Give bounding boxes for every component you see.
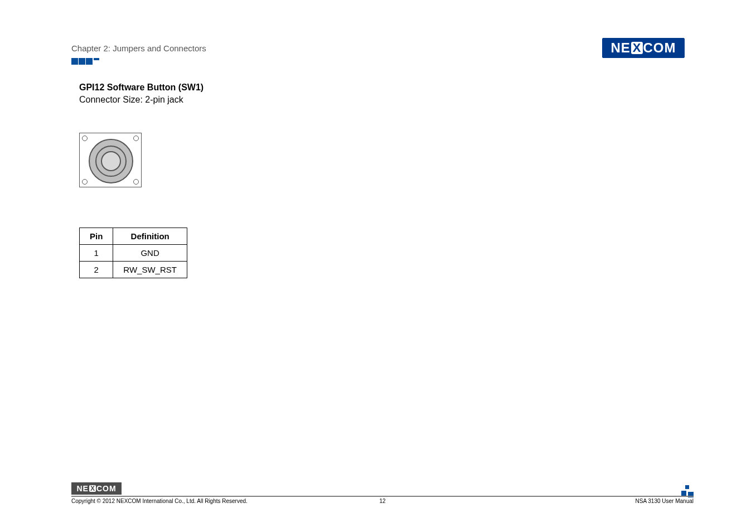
decor-square-icon: [79, 58, 85, 65]
button-diagram: [79, 133, 142, 187]
pin-definition-table: Pin Definition 1 GND 2 RW_SW_RST: [79, 228, 187, 278]
table-cell-pin: 1: [80, 245, 113, 262]
page-number: 12: [379, 498, 385, 504]
header-decor-squares: [71, 58, 100, 65]
table-header-definition: Definition: [113, 228, 187, 245]
logo-text-left: NE: [610, 40, 630, 56]
table-header-pin: Pin: [80, 228, 113, 245]
logo-text-right: COM: [643, 40, 676, 56]
footer: NEXCOM Copyright © 2012 NEXCOM Internati…: [71, 482, 694, 504]
screw-hole-icon: [82, 136, 88, 141]
decor-square-icon: [86, 58, 93, 65]
content-area: GPI12 Software Button (SW1) Connector Si…: [79, 83, 203, 278]
table-cell-definition: RW_SW_RST: [113, 262, 187, 278]
screw-hole-icon: [82, 179, 88, 185]
manual-name: NSA 3130 User Manual: [635, 498, 694, 504]
table-cell-definition: GND: [113, 245, 187, 262]
page: Chapter 2: Jumpers and Connectors NEXCOM…: [0, 0, 756, 532]
button-inner-ring-icon: [101, 151, 121, 171]
logo-text-x: X: [89, 485, 96, 492]
copyright-text: Copyright © 2012 NEXCOM International Co…: [71, 498, 248, 504]
nexcom-logo-bottom: NEXCOM: [71, 482, 122, 495]
section-title: GPI12 Software Button (SW1): [79, 83, 203, 93]
footer-rule: [71, 496, 694, 497]
nexcom-logo-top: NEXCOM: [602, 38, 685, 58]
logo-text-right: COM: [96, 484, 117, 493]
table-row: 1 GND: [80, 245, 187, 262]
chapter-label: Chapter 2: Jumpers and Connectors: [71, 43, 206, 53]
table-cell-pin: 2: [80, 262, 113, 278]
table-row: 2 RW_SW_RST: [80, 262, 187, 278]
header-rule: [71, 62, 685, 63]
logo-text-left: NE: [76, 484, 88, 493]
table-header-row: Pin Definition: [80, 228, 187, 245]
footer-row: Copyright © 2012 NEXCOM International Co…: [71, 498, 694, 504]
decor-tick-icon: [94, 58, 99, 60]
screw-hole-icon: [133, 179, 139, 185]
screw-hole-icon: [133, 136, 139, 141]
decor-square-icon: [71, 58, 78, 65]
logo-text-x: X: [631, 42, 643, 54]
connector-size-text: Connector Size: 2-pin jack: [79, 95, 203, 105]
header: Chapter 2: Jumpers and Connectors: [71, 43, 685, 54]
